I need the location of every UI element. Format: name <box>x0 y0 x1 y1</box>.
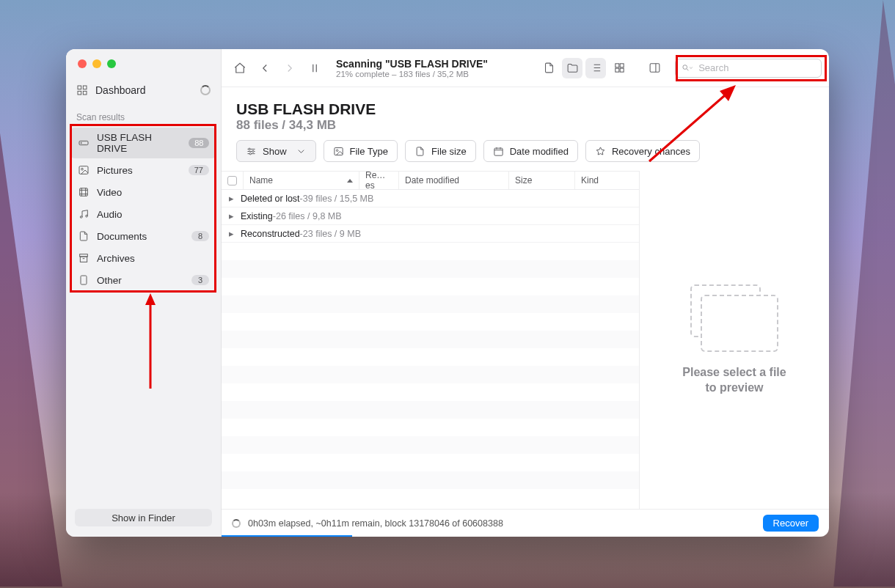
disclosure-triangle-icon[interactable]: ▸ <box>222 210 241 221</box>
column-size[interactable]: Size <box>509 172 575 189</box>
table-group-row[interactable]: ▸ Reconstructed - 23 files / 9 MB <box>222 225 639 243</box>
filter-label: Recovery chances <box>612 146 690 157</box>
disclosure-triangle-icon[interactable]: ▸ <box>222 193 241 204</box>
star-icon <box>595 146 606 157</box>
svg-rect-2 <box>78 91 81 95</box>
sidebar-item-label: Video <box>97 187 122 198</box>
preview-pane: Please select a file to preview <box>640 171 829 509</box>
chevron-down-icon <box>688 65 694 71</box>
svg-point-5 <box>81 142 81 143</box>
svg-point-7 <box>81 168 84 170</box>
view-mode-group <box>538 58 629 78</box>
status-footer: 0h03m elapsed, ~0h11m remain, block 1317… <box>222 509 829 537</box>
sidebar-item-drive[interactable]: USB FLASH DRIVE 88 <box>70 128 216 158</box>
disclosure-triangle-icon[interactable]: ▸ <box>222 228 241 239</box>
results-table: Name Re…es Date modified Size Kind ▸ Del… <box>222 171 640 509</box>
document-icon <box>414 146 425 157</box>
table-header: Name Re…es Date modified Size Kind <box>222 171 639 190</box>
svg-rect-23 <box>334 147 342 155</box>
scan-progress-bar <box>222 535 352 537</box>
loading-spinner-icon <box>200 85 211 95</box>
filter-label: Date modified <box>510 146 569 157</box>
table-group-row[interactable]: ▸ Existing - 26 files / 9,8 MB <box>222 207 639 225</box>
sidebar-item-other[interactable]: Other 3 <box>70 270 216 290</box>
footer-status-text: 0h03m elapsed, ~0h11m remain, block 1317… <box>248 518 503 529</box>
sidebar-item-label: Pictures <box>97 165 133 176</box>
svg-rect-16 <box>615 68 618 72</box>
sidebar-item-video[interactable]: Video <box>70 182 216 202</box>
archive-icon <box>78 252 90 264</box>
filter-label: File Type <box>350 146 389 157</box>
filters-row: Show File Type File size Date modified R… <box>222 140 829 171</box>
scan-progress-track <box>222 535 829 537</box>
sliders-icon <box>246 146 257 157</box>
filter-recovery-chances[interactable]: Recovery chances <box>585 140 700 162</box>
svg-point-10 <box>86 215 88 217</box>
svg-rect-14 <box>615 64 618 67</box>
sidebar-item-archives[interactable]: Archives <box>70 248 216 268</box>
close-window-button[interactable] <box>78 59 87 68</box>
column-name[interactable]: Name <box>244 172 359 189</box>
view-file-button[interactable] <box>538 58 559 78</box>
window-traffic-lights <box>66 49 221 68</box>
sidebar-section-header: Scan results <box>66 103 221 127</box>
svg-point-19 <box>683 65 687 70</box>
pause-button[interactable] <box>304 57 326 79</box>
svg-rect-17 <box>620 68 624 72</box>
select-all-checkbox[interactable] <box>227 176 237 185</box>
sidebar-item-label: USB FLASH DRIVE <box>97 132 181 154</box>
search-box[interactable] <box>675 59 822 78</box>
column-resolution[interactable]: Re…es <box>359 172 399 189</box>
svg-point-20 <box>249 148 251 150</box>
filter-label: File size <box>431 146 467 157</box>
svg-rect-25 <box>494 148 503 155</box>
sidebar-item-label: Documents <box>97 231 147 242</box>
sidebar-item-audio[interactable]: Audio <box>70 204 216 224</box>
home-button[interactable] <box>229 57 251 79</box>
maximize-window-button[interactable] <box>107 59 116 68</box>
filter-file-type[interactable]: File Type <box>324 140 398 162</box>
filter-file-size[interactable]: File size <box>405 140 476 162</box>
sidebar-item-badge: 3 <box>191 275 209 285</box>
svg-rect-12 <box>80 257 87 262</box>
main-content: Scanning "USB FLASH DRIVE" 21% complete … <box>222 49 829 537</box>
svg-rect-8 <box>80 188 88 196</box>
back-button[interactable] <box>254 57 276 79</box>
sidebar-dashboard[interactable]: Dashboard <box>66 68 221 103</box>
filter-show[interactable]: Show <box>236 140 316 162</box>
scan-subtitle: 21% complete – 183 files / 35,2 MB <box>336 70 488 78</box>
preview-placeholder-text: Please select a file to preview <box>682 365 786 396</box>
page-title: USB FLASH DRIVE <box>236 100 814 118</box>
file-icon <box>78 274 90 286</box>
image-icon <box>78 164 90 176</box>
preview-placeholder-icon <box>690 284 778 352</box>
table-group-row[interactable]: ▸ Deleted or lost - 39 files / 15,5 MB <box>222 190 639 207</box>
sidebar-item-badge: 77 <box>189 165 209 175</box>
recover-button[interactable]: Recover <box>763 515 819 532</box>
svg-rect-18 <box>650 64 660 72</box>
column-date[interactable]: Date modified <box>399 172 509 189</box>
sidebar-item-documents[interactable]: Documents 8 <box>70 226 216 246</box>
view-grid-button[interactable] <box>609 58 629 78</box>
search-input[interactable] <box>698 62 815 73</box>
sidebar-item-label: Other <box>97 275 122 286</box>
toolbar: Scanning "USB FLASH DRIVE" 21% complete … <box>222 49 829 87</box>
filter-date-modified[interactable]: Date modified <box>483 140 578 162</box>
sidebar-item-badge: 8 <box>191 231 209 241</box>
show-in-finder-button[interactable]: Show in Finder <box>75 509 212 526</box>
sidebar-item-pictures[interactable]: Pictures 77 <box>70 160 216 180</box>
column-kind[interactable]: Kind <box>575 172 639 189</box>
music-note-icon <box>78 208 90 220</box>
forward-button <box>279 57 301 79</box>
view-folder-button[interactable] <box>562 58 582 78</box>
view-list-button[interactable] <box>585 58 606 78</box>
sidebar-item-label: Archives <box>97 253 135 264</box>
sort-ascending-icon <box>347 179 353 183</box>
toggle-preview-pane-button[interactable] <box>644 58 665 78</box>
minimize-window-button[interactable] <box>92 59 101 68</box>
sidebar-dashboard-label: Dashboard <box>95 84 146 96</box>
image-icon <box>333 146 344 157</box>
hdd-icon <box>78 137 90 149</box>
calendar-icon <box>493 146 504 157</box>
svg-point-21 <box>252 150 255 152</box>
